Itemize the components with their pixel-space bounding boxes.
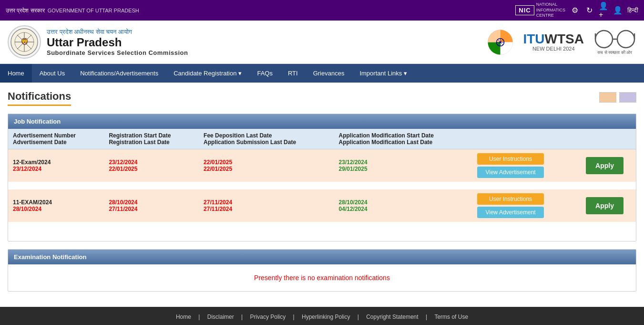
- nic-logo-area: NIC NATIONALINFORMATICSCENTRE: [515, 2, 565, 19]
- row2-app-sub-last: 27/11/2024: [204, 206, 329, 212]
- row1-apply-button[interactable]: Apply: [586, 157, 624, 174]
- header-main-title: Uttar Pradesh: [47, 36, 188, 49]
- candidate-reg-dropdown-icon: ▾: [238, 70, 242, 77]
- job-notification-section: Job Notification Advertisement Number Ad…: [8, 114, 636, 241]
- itu-text: ITU: [523, 31, 544, 46]
- footer-home-link[interactable]: Home: [176, 314, 191, 320]
- new-delhi-label: NEW DELHI 2024: [532, 46, 575, 52]
- footer-divider-3: |: [293, 314, 296, 320]
- color-btn-purple[interactable]: [619, 92, 636, 103]
- row2-mod-start: 28/10/2024: [339, 199, 468, 206]
- header-hindi-title: उत्तर प्रदेश अधीनस्थ सेवा चयन आयोग: [47, 28, 188, 36]
- row1-ad-date: 23/12/2024: [13, 166, 99, 172]
- row1-fee-last: 22/01/2025: [204, 159, 329, 166]
- swachh-bharat-logo: सच से स्वच्छता की ओर: [593, 29, 636, 55]
- table-row-bottom-spacer: [8, 222, 636, 241]
- nav-home[interactable]: Home: [0, 64, 32, 83]
- row2-reg-last: 27/11/2024: [109, 206, 194, 212]
- row1-reg-last: 22/01/2025: [109, 166, 194, 172]
- row1-reg-start: 23/12/2024: [109, 159, 194, 166]
- site-header: 🦁 उत्तर प्रदेश अधीनस्थ सेवा चयन आयोग Utt…: [0, 21, 644, 64]
- user-icon[interactable]: 👤: [613, 6, 623, 15]
- header-subtitle: Subordinate Services Selection Commissio…: [47, 49, 188, 56]
- row1-app-sub-last: 22/01/2025: [204, 166, 329, 172]
- important-links-dropdown-icon: ▾: [404, 70, 407, 77]
- row2-exam-id: 11-EXAM/2024: [13, 199, 99, 206]
- svg-point-16: [617, 31, 634, 48]
- itu-wtsa-logo: ITUWTSA NEW DELHI 2024: [523, 32, 584, 52]
- row1-exam-id: 12-Exam/2024: [13, 159, 99, 166]
- main-content: Notifications Job Notification Advertise…: [0, 83, 644, 307]
- row1-fee-dates: 22/01/2025 22/01/2025: [199, 149, 334, 182]
- exam-notification-header: Examination Notification: [8, 250, 636, 264]
- nav-about-us[interactable]: About Us: [32, 64, 72, 83]
- job-notification-header: Job Notification: [8, 114, 636, 129]
- hindi-toggle[interactable]: हिन्दी: [627, 7, 638, 14]
- accessibility-color-buttons: [599, 92, 636, 103]
- row2-reg-dates: 28/10/2024 27/11/2024: [104, 189, 199, 222]
- row2-fee-dates: 27/11/2024 27/11/2024: [199, 189, 334, 222]
- row1-view-advertisement-button[interactable]: View Advertisement: [477, 167, 544, 178]
- row2-view-advertisement-button[interactable]: View Advertisement: [477, 207, 544, 218]
- page-title: Notifications: [8, 90, 71, 106]
- job-notification-body: Advertisement Number Advertisement Date …: [8, 129, 636, 241]
- nic-full-name: NATIONALINFORMATICSCENTRE: [536, 2, 565, 19]
- state-hindi: उत्तर प्रदेश सरकार: [6, 7, 45, 14]
- col-modification: Application Modification Start Date Appl…: [334, 129, 473, 149]
- color-btn-orange[interactable]: [599, 92, 616, 103]
- no-exam-message: Presently there is no examination notifi…: [8, 264, 636, 291]
- col-registration: Registration Start Date Registration Las…: [104, 129, 199, 149]
- col-actions: [472, 129, 573, 149]
- table-row: 11-EXAM/2024 28/10/2024 28/10/2024 27/11…: [8, 189, 636, 222]
- top-bar-right: NIC NATIONALINFORMATICSCENTRE ⚙ ↻ 👤+ 👤 ह…: [515, 2, 638, 19]
- col-apply: [573, 129, 636, 149]
- top-bar: उत्तर प्रदेश सरकार GOVERNMENT OF UTTAR P…: [0, 0, 644, 21]
- header-text-block: उत्तर प्रदेश अधीनस्थ सेवा चयन आयोग Uttar…: [47, 28, 188, 56]
- settings-icon[interactable]: ⚙: [570, 6, 580, 15]
- exam-notification-body: Presently there is no examination notifi…: [8, 264, 636, 291]
- nav-rti[interactable]: RTI: [280, 64, 306, 83]
- row1-apply-cell: Apply: [573, 149, 636, 182]
- row2-ad-info: 11-EXAM/2024 28/10/2024: [8, 189, 104, 222]
- nav-important-links[interactable]: Important Links ▾: [352, 64, 415, 83]
- notifications-header: Notifications: [8, 90, 636, 114]
- svg-text:🦁: 🦁: [20, 38, 29, 46]
- row1-action-buttons: User Instructions View Advertisement: [472, 149, 573, 182]
- footer-disclaimer-link[interactable]: Disclaimer: [207, 314, 234, 320]
- row1-user-instructions-button[interactable]: User Instructions: [477, 153, 544, 165]
- row2-action-buttons: User Instructions View Advertisement: [472, 189, 573, 222]
- exam-notification-section: Examination Notification Presently there…: [8, 249, 636, 292]
- nav-faqs[interactable]: FAQs: [249, 64, 280, 83]
- nav-candidate-registration[interactable]: Candidate Registration ▾: [166, 64, 249, 83]
- footer-copyright-link[interactable]: Copyright Statement: [366, 314, 418, 320]
- header-logos: ITUWTSA NEW DELHI 2024 सच से स्वच्छता की…: [487, 29, 636, 55]
- row1-mod-last: 29/01/2025: [339, 166, 468, 172]
- footer-terms-link[interactable]: Terms of Use: [434, 314, 468, 320]
- nic-acronym: NIC: [515, 5, 534, 15]
- row2-mod-dates: 28/10/2024 04/12/2024: [334, 189, 473, 222]
- footer-hyperlinking-link[interactable]: Hyperlinking Policy: [302, 314, 350, 320]
- footer-divider-2: |: [241, 314, 244, 320]
- row2-apply-button[interactable]: Apply: [586, 197, 624, 214]
- top-bar-left: उत्तर प्रदेश सरकार GOVERNMENT OF UTTAR P…: [6, 7, 139, 14]
- footer-divider-4: |: [358, 314, 360, 320]
- row2-apply-cell: Apply: [573, 189, 636, 222]
- nav-notifications[interactable]: Notifications/Advertisements: [72, 64, 166, 83]
- row1-mod-start: 23/12/2024: [339, 159, 468, 166]
- row2-fee-last: 27/11/2024: [204, 199, 329, 206]
- wtsa-text: WTSA: [545, 31, 584, 46]
- refresh-icon[interactable]: ↻: [584, 6, 594, 15]
- header-branding: 🦁 उत्तर प्रदेश अधीनस्थ सेवा चयन आयोग Utt…: [8, 25, 188, 59]
- nav-grievances[interactable]: Grievances: [306, 64, 352, 83]
- table-row-spacer: [8, 182, 636, 189]
- footer-divider-1: |: [198, 314, 201, 320]
- row2-user-instructions-button[interactable]: User Instructions: [477, 193, 544, 205]
- ashoka-wheel-container: [487, 29, 513, 55]
- row2-mod-last: 04/12/2024: [339, 206, 468, 212]
- footer-privacy-link[interactable]: Privacy Policy: [250, 314, 286, 320]
- row2-reg-start: 28/10/2024: [109, 199, 194, 206]
- table-header-row: Advertisement Number Advertisement Date …: [8, 129, 636, 149]
- row1-ad-info: 12-Exam/2024 23/12/2024: [8, 149, 104, 182]
- add-user-icon[interactable]: 👤+: [599, 6, 608, 15]
- site-footer: Home | Disclaimer | Privacy Policy | Hyp…: [0, 307, 644, 325]
